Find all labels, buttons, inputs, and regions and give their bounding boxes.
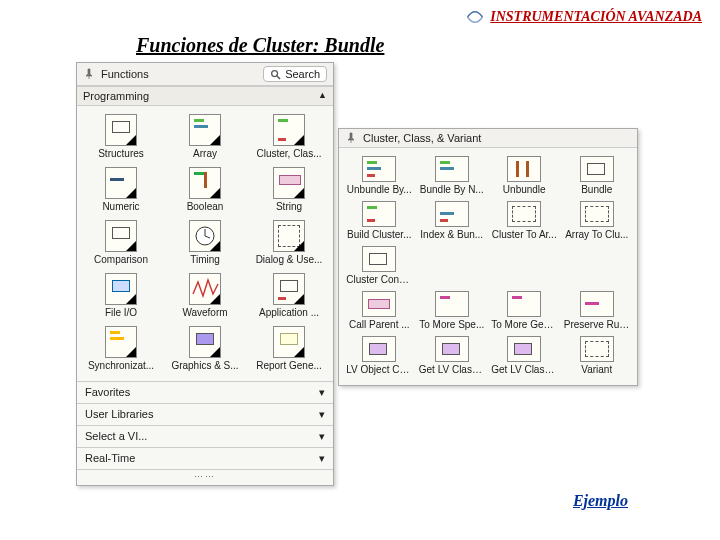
- chevron-down-icon: ▾: [319, 452, 325, 465]
- functions-panel: Functions Search Programming ▲ Structure…: [76, 62, 334, 486]
- palette-item-numeric[interactable]: Numeric: [79, 165, 163, 214]
- search-label: Search: [285, 68, 320, 80]
- ejemplo-link[interactable]: Ejemplo: [573, 492, 628, 510]
- cluster-item-unbundle-by-name[interactable]: Unbundle By...: [343, 156, 416, 195]
- palette-item-report[interactable]: Report Gene...: [247, 324, 331, 373]
- palette-item-fileio[interactable]: File I/O: [79, 271, 163, 320]
- palette-item-graphics[interactable]: Graphics & S...: [163, 324, 247, 373]
- lv-object-constant-icon: [362, 336, 396, 362]
- unbundle-icon: [507, 156, 541, 182]
- page-title: Funciones de Cluster: Bundle: [136, 34, 384, 57]
- waveform-icon: [189, 273, 221, 305]
- dialog-icon: [273, 220, 305, 252]
- search-icon: [270, 69, 281, 80]
- report-icon: [273, 326, 305, 358]
- cluster-item-variant[interactable]: Variant: [561, 336, 634, 375]
- graphics-icon: [189, 326, 221, 358]
- chevron-down-icon: ▾: [319, 430, 325, 443]
- select-vi-row[interactable]: Select a VI...▾: [77, 425, 333, 447]
- palette-item-timing[interactable]: Timing: [163, 218, 247, 267]
- string-icon: [273, 167, 305, 199]
- cluster-item-empty: [416, 246, 489, 285]
- preserve-runtime-icon: [580, 291, 614, 317]
- palette-item-synchronization[interactable]: Synchronizat...: [79, 324, 163, 373]
- cluster-item-bundle[interactable]: Bundle: [561, 156, 634, 195]
- cluster-item-to-more-generic[interactable]: To More Gen...: [488, 291, 561, 330]
- cluster-titlebar: Cluster, Class, & Variant: [339, 129, 637, 148]
- application-icon: [273, 273, 305, 305]
- pin-icon[interactable]: [83, 68, 95, 80]
- cluster-item-empty: [561, 246, 634, 285]
- functions-titlebar: Functions Search: [77, 63, 333, 86]
- index-bundle-icon: [435, 201, 469, 227]
- palette-item-waveform[interactable]: Waveform: [163, 271, 247, 320]
- cluster-item-to-more-specific[interactable]: To More Spe...: [416, 291, 489, 330]
- array-to-cluster-icon: [580, 201, 614, 227]
- programming-section-header[interactable]: Programming ▲: [77, 86, 333, 106]
- cluster-item-lv-object-constant[interactable]: LV Object Co...: [343, 336, 416, 375]
- palette-item-cluster-class[interactable]: Cluster, Clas...: [247, 112, 331, 161]
- palette-item-dialog[interactable]: Dialog & Use...: [247, 218, 331, 267]
- palette-item-boolean[interactable]: Boolean: [163, 165, 247, 214]
- programming-label: Programming: [83, 90, 149, 102]
- to-more-generic-icon: [507, 291, 541, 317]
- cluster-grid: Unbundle By... Bundle By N... Unbundle B…: [339, 148, 637, 385]
- fileio-icon: [105, 273, 137, 305]
- wave-icon: [190, 274, 220, 304]
- palette-item-comparison[interactable]: Comparison: [79, 218, 163, 267]
- collapse-handle[interactable]: ⋯⋯: [77, 469, 333, 485]
- search-button[interactable]: Search: [263, 66, 327, 82]
- cluster-item-empty: [488, 246, 561, 285]
- clock-icon: [190, 221, 220, 251]
- synchronization-icon: [105, 326, 137, 358]
- palette-item-structures[interactable]: Structures: [79, 112, 163, 161]
- cluster-constant-icon: [362, 246, 396, 272]
- cluster-to-array-icon: [507, 201, 541, 227]
- favorites-row[interactable]: Favorites▾: [77, 381, 333, 403]
- array-icon: [189, 114, 221, 146]
- cluster-item-preserve-runtime[interactable]: Preserve Run...: [561, 291, 634, 330]
- cluster-item-cluster-to-array[interactable]: Cluster To Ar...: [488, 201, 561, 240]
- chevron-down-icon: ▾: [319, 386, 325, 399]
- logo-icon: [466, 8, 484, 26]
- cluster-item-bundle-by-name[interactable]: Bundle By N...: [416, 156, 489, 195]
- cluster-item-cluster-constant[interactable]: Cluster Cons...: [343, 246, 416, 285]
- cluster-class-icon: [273, 114, 305, 146]
- palette-item-application[interactable]: Application ...: [247, 271, 331, 320]
- chevron-up-icon: ▲: [318, 90, 327, 102]
- cluster-item-get-lv-class-2[interactable]: Get LV Class ...: [488, 336, 561, 375]
- bundle-icon: [580, 156, 614, 182]
- svg-line-1: [277, 75, 280, 78]
- palette-item-array[interactable]: Array: [163, 112, 247, 161]
- user-libraries-row[interactable]: User Libraries▾: [77, 403, 333, 425]
- cluster-item-array-to-cluster[interactable]: Array To Clu...: [561, 201, 634, 240]
- svg-point-0: [272, 70, 278, 76]
- chevron-down-icon: ▾: [319, 408, 325, 421]
- cluster-title: Cluster, Class, & Variant: [363, 132, 481, 144]
- functions-title: Functions: [101, 68, 149, 80]
- call-parent-icon: [362, 291, 396, 317]
- pin-icon[interactable]: [345, 132, 357, 144]
- get-lv-class-icon: [507, 336, 541, 362]
- cluster-item-build-cluster-array[interactable]: Build Cluster...: [343, 201, 416, 240]
- cluster-panel: Cluster, Class, & Variant Unbundle By...…: [338, 128, 638, 386]
- structures-icon: [105, 114, 137, 146]
- get-lv-class-icon: [435, 336, 469, 362]
- programming-grid: Structures Array Cluster, Clas... Numeri…: [77, 106, 333, 381]
- cluster-item-index-bundle[interactable]: Index & Bun...: [416, 201, 489, 240]
- page-header: INSTRUMENTACIÓN AVANZADA: [466, 8, 702, 26]
- header-text: INSTRUMENTACIÓN AVANZADA: [490, 9, 702, 25]
- bundle-by-name-icon: [435, 156, 469, 182]
- unbundle-by-name-icon: [362, 156, 396, 182]
- comparison-icon: [105, 220, 137, 252]
- numeric-icon: [105, 167, 137, 199]
- cluster-item-unbundle[interactable]: Unbundle: [488, 156, 561, 195]
- real-time-row[interactable]: Real-Time▾: [77, 447, 333, 469]
- cluster-item-call-parent[interactable]: Call Parent ...: [343, 291, 416, 330]
- cluster-item-get-lv-class-1[interactable]: Get LV Class ...: [416, 336, 489, 375]
- boolean-icon: [189, 167, 221, 199]
- palette-item-string[interactable]: String: [247, 165, 331, 214]
- timing-icon: [189, 220, 221, 252]
- to-more-specific-icon: [435, 291, 469, 317]
- variant-icon: [580, 336, 614, 362]
